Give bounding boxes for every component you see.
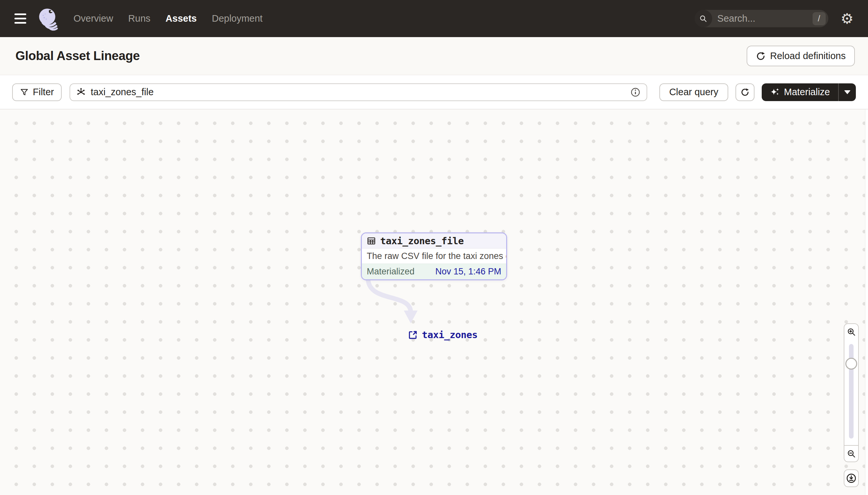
downstream-asset-taxi-zones[interactable]: taxi_zones	[408, 329, 478, 340]
external-link-icon	[408, 330, 418, 340]
asset-selection-input-wrap[interactable]	[70, 83, 647, 101]
hamburger-menu-icon[interactable]	[14, 12, 29, 26]
zoom-out-button[interactable]	[844, 445, 859, 462]
global-search[interactable]: /	[695, 10, 828, 27]
search-input[interactable]	[718, 13, 813, 24]
nav-assets[interactable]: Assets	[166, 13, 197, 24]
filter-label: Filter	[33, 87, 54, 98]
zoom-controls	[844, 323, 859, 487]
zoom-in-button[interactable]	[844, 323, 859, 339]
asset-node-taxi-zones-file[interactable]: taxi_zones_file The raw CSV file for the…	[361, 233, 507, 280]
filter-funnel-icon	[20, 88, 29, 97]
materialize-split-button: Materialize	[762, 83, 856, 101]
top-navigation-bar: Overview Runs Assets Deployment / ⚙	[0, 0, 868, 37]
status-badge: Materialized	[367, 267, 415, 277]
refresh-icon	[756, 51, 766, 61]
clear-query-label: Clear query	[669, 87, 719, 98]
materialize-label: Materialize	[784, 87, 830, 98]
dagster-logo[interactable]	[36, 6, 60, 31]
asset-status-row: Materialized Nov 15, 1:46 PM	[362, 263, 506, 279]
zoom-slider-thumb[interactable]	[845, 358, 857, 370]
zoom-in-icon	[847, 327, 856, 337]
refresh-icon	[740, 88, 749, 97]
table-icon	[367, 236, 376, 245]
nav-runs[interactable]: Runs	[128, 13, 150, 24]
search-icon	[695, 10, 712, 27]
downstream-asset-label: taxi_zones	[422, 329, 478, 340]
page-header: Global Asset Lineage Reload definitions	[0, 37, 868, 75]
page-title: Global Asset Lineage	[15, 49, 140, 63]
sparkles-icon	[770, 87, 780, 97]
nav-overview[interactable]: Overview	[73, 13, 113, 24]
zoom-out-icon	[847, 449, 856, 458]
chevron-down-icon	[844, 90, 851, 94]
reload-definitions-button[interactable]: Reload definitions	[747, 46, 855, 66]
gear-icon[interactable]: ⚙	[841, 12, 854, 26]
search-shortcut-badge: /	[813, 12, 826, 25]
refresh-graph-button[interactable]	[736, 83, 755, 101]
zoom-slider[interactable]	[844, 339, 859, 445]
asset-node-header: taxi_zones_file	[362, 233, 506, 249]
lineage-graph-canvas[interactable]: taxi_zones_file The raw CSV file for the…	[0, 109, 868, 495]
info-icon[interactable]	[630, 87, 641, 98]
asset-selection-input[interactable]	[91, 87, 630, 98]
filter-button[interactable]: Filter	[12, 83, 62, 101]
download-image-button[interactable]	[844, 470, 859, 487]
lineage-toolbar: Filter Clear query	[0, 75, 868, 109]
asset-description: The raw CSV file for the taxi zones dat.…	[362, 249, 506, 263]
reload-definitions-label: Reload definitions	[770, 51, 846, 62]
asset-name: taxi_zones_file	[380, 235, 463, 246]
materialization-timestamp-link[interactable]: Nov 15, 1:46 PM	[435, 267, 501, 277]
main-nav: Overview Runs Assets Deployment	[73, 13, 262, 24]
nav-deployment[interactable]: Deployment	[212, 13, 263, 24]
graph-query-icon	[76, 87, 86, 97]
clear-query-button[interactable]: Clear query	[659, 83, 728, 101]
scrollbar-track[interactable]	[865, 109, 868, 495]
download-icon	[846, 473, 856, 483]
materialize-dropdown-button[interactable]	[839, 83, 856, 101]
lineage-edge	[0, 109, 868, 495]
materialize-button[interactable]: Materialize	[762, 83, 838, 101]
